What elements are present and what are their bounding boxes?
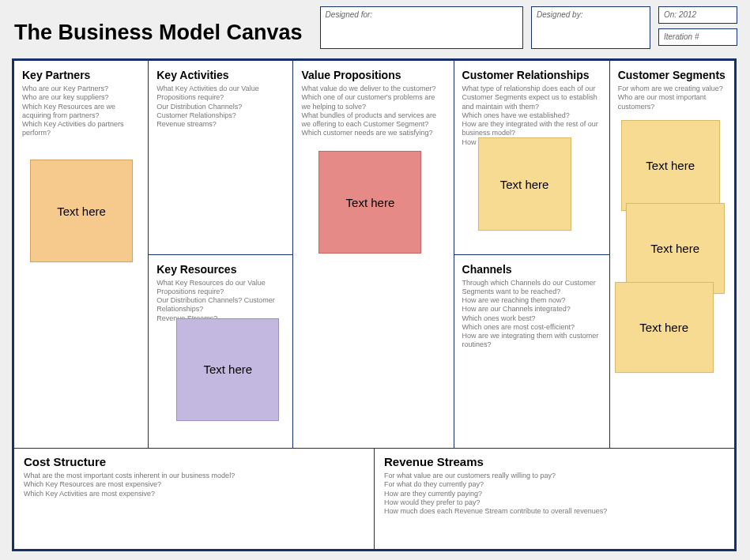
q: What bundles of products and services ar… <box>301 111 445 130</box>
row-top: Key Partners Who are our Key Partners? W… <box>14 61 734 448</box>
sticky-note[interactable]: Text here <box>318 151 421 254</box>
canvas: Key Partners Who are our Key Partners? W… <box>12 58 737 551</box>
cell-cost-structure: Cost Structure What are the most importa… <box>14 449 375 549</box>
q: For what value are our customers really … <box>384 472 725 480</box>
q: Which Key Resources are we acquiring fro… <box>22 103 140 121</box>
heading-key-resources: Key Resources <box>156 263 285 276</box>
col-customer-segments: Customer Segments For whom are we creati… <box>610 61 734 448</box>
cell-customer-segments: Customer Segments For whom are we creati… <box>610 61 734 448</box>
cell-revenue-streams: Revenue Streams For what value are our c… <box>375 449 734 549</box>
q: Our Distribution Channels? Customer Rela… <box>156 296 285 314</box>
q: How would they prefer to pay? <box>384 498 725 507</box>
sticky-note[interactable]: Text here <box>478 137 571 231</box>
q: What Key Resources do our Value Proposit… <box>156 279 285 297</box>
heading-revenue-streams: Revenue Streams <box>384 455 725 468</box>
sticky-note[interactable]: Text here <box>626 203 725 294</box>
q: Which ones have we established? <box>462 111 601 120</box>
q: Which Key Activities do partners perform… <box>22 120 140 138</box>
header: The Business Model Canvas Designed for: … <box>0 0 750 55</box>
cell-key-partners: Key Partners Who are our Key Partners? W… <box>14 61 148 448</box>
heading-value-propositions: Value Propositions <box>301 69 445 81</box>
cell-channels: Channels Through which Channels do our C… <box>454 255 609 449</box>
heading-key-partners: Key Partners <box>22 69 140 81</box>
q: Who are our Key Partners? <box>22 85 140 93</box>
q: Who are our key suppliers? <box>22 93 140 102</box>
cell-value-propositions: Value Propositions What value do we deli… <box>293 61 453 448</box>
q: Which Key Activities are most expensive? <box>24 490 364 498</box>
col-value-prop: Value Propositions What value do we deli… <box>293 61 454 448</box>
heading-channels: Channels <box>462 263 601 276</box>
q: Through which Channels do our Customer S… <box>462 279 601 297</box>
row-bottom: Cost Structure What are the most importa… <box>14 448 734 549</box>
q: How are we integrating them with custome… <box>462 332 601 350</box>
cell-key-resources: Key Resources What Key Resources do our … <box>149 255 292 449</box>
q: Which Key Resources are most expensive? <box>24 480 364 489</box>
iteration-box[interactable]: Iteration # <box>658 28 737 46</box>
cell-key-activities: Key Activities What Key Activities do ou… <box>149 61 292 255</box>
q: For whom are we creating value? <box>618 85 726 93</box>
q: How are they integrated with the rest of… <box>462 120 601 138</box>
q: How are they currently paying? <box>384 490 725 498</box>
col-key-partners: Key Partners Who are our Key Partners? W… <box>14 61 149 448</box>
designed-by-box[interactable]: Designed by: <box>531 6 650 49</box>
heading-key-activities: Key Activities <box>156 69 285 81</box>
q: How are our Channels integrated? <box>462 305 601 314</box>
q: How are we reaching them now? <box>462 296 601 305</box>
q: What type of relationship does each of o… <box>462 85 601 111</box>
heading-customer-segments: Customer Segments <box>618 69 726 81</box>
meta-stack: On: 2012 Iteration # <box>658 6 737 51</box>
sticky-note[interactable]: Text here <box>30 160 133 262</box>
on-box[interactable]: On: 2012 <box>658 6 737 24</box>
sticky-note[interactable]: Text here <box>615 282 714 373</box>
q: Which ones work best? <box>462 314 601 323</box>
cell-customer-relationships: Customer Relationships What type of rela… <box>454 61 609 255</box>
q: Who are our most important customers? <box>618 93 726 111</box>
designed-for-box[interactable]: Designed for: <box>320 6 523 49</box>
q: Our Distribution Channels? <box>156 103 285 111</box>
q: For what do they currently pay? <box>384 480 725 489</box>
q: Which ones are most cost-efficient? <box>462 323 601 332</box>
q: What value do we deliver to the customer… <box>301 85 445 93</box>
page-title: The Business Model Canvas <box>14 6 312 45</box>
heading-customer-relationships: Customer Relationships <box>462 69 601 81</box>
q: How much does each Revenue Stream contri… <box>384 507 725 516</box>
q: Which one of our customer's problems are… <box>301 93 445 111</box>
q: Which customer needs are we satisfying? <box>301 129 445 137</box>
q: What Key Activities do our Value Proposi… <box>156 85 285 103</box>
heading-cost-structure: Cost Structure <box>24 455 364 468</box>
q: Customer Relationships? <box>156 111 285 120</box>
sticky-note[interactable]: Text here <box>176 318 279 421</box>
sticky-note[interactable]: Text here <box>621 120 720 211</box>
q: Revenue streams? <box>156 120 285 129</box>
q: What are the most important costs inhere… <box>24 472 364 480</box>
col-activities-resources: Key Activities What Key Activities do ou… <box>149 61 293 448</box>
col-relationships-channels: Customer Relationships What type of rela… <box>454 61 610 448</box>
